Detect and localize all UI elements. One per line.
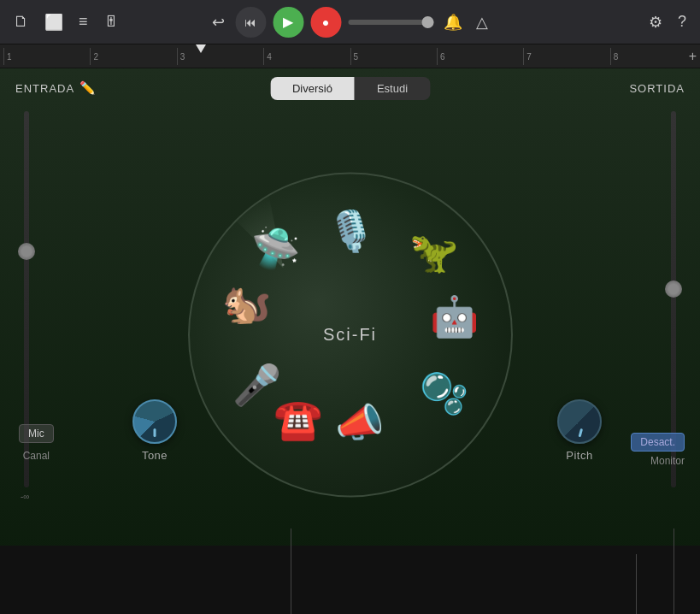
pitch-knob[interactable] xyxy=(557,399,602,444)
play-button[interactable]: ▶ xyxy=(273,7,303,38)
voice-circle[interactable]: Sci-Fi 🎙️ 🦖 🤖 🫧 📣 ☎️ 🎤 🐿️ 🛸 xyxy=(188,172,513,497)
tick-2: 2 xyxy=(90,48,176,65)
output-level-slider[interactable] xyxy=(671,111,676,487)
tracks-icon[interactable]: ≡ xyxy=(75,9,91,34)
connector-line-right xyxy=(674,528,674,614)
sortida-text: SORTIDA xyxy=(629,82,685,95)
record-button[interactable]: ● xyxy=(310,7,341,38)
monitor-label: Monitor xyxy=(650,455,685,467)
entrada-mic-icon: ✏️ xyxy=(79,80,97,96)
timeline-ruler: 1 2 3 4 5 6 7 8 xyxy=(3,48,697,65)
robot-voice-icon[interactable]: 🤖 xyxy=(430,293,479,339)
playhead-triangle xyxy=(196,44,206,53)
bottom-bar xyxy=(0,546,700,614)
progress-container xyxy=(348,20,433,25)
mode-toggle: Diversió Estudi xyxy=(270,77,430,100)
loop-icon[interactable]: ⬜ xyxy=(41,9,67,35)
canal-label: Canal xyxy=(23,450,50,462)
slider-min-label: -∞ xyxy=(21,492,29,501)
pitch-label: Pitch xyxy=(566,449,592,462)
entrada-text: ENTRADA xyxy=(15,82,74,95)
settings-icon[interactable]: ⚙ xyxy=(645,9,666,35)
bubble-voice-icon[interactable]: 🫧 xyxy=(420,370,468,416)
tick-6: 6 xyxy=(437,48,523,65)
timeline: 1 2 3 4 5 6 7 8 + xyxy=(0,44,700,68)
tone-label: Tone xyxy=(142,449,168,462)
entrada-label: ENTRADA ✏️ xyxy=(15,80,97,96)
timeline-playhead[interactable] xyxy=(196,44,206,53)
add-track-icon[interactable]: + xyxy=(689,49,697,64)
selected-voice-label: Sci-Fi xyxy=(323,325,377,345)
output-slider-thumb[interactable] xyxy=(665,280,682,298)
metronome-icon[interactable]: 🔔 xyxy=(440,9,466,35)
main-content: ENTRADA ✏️ SORTIDA Diversió Estudi -∞ Sc… xyxy=(0,68,700,614)
tick-1: 1 xyxy=(3,48,90,65)
mic-gold-voice-icon[interactable]: 🎤 xyxy=(232,362,281,408)
ufo-voice-icon[interactable]: 🛸 xyxy=(251,225,300,271)
mixer-icon[interactable]: 🎚 xyxy=(100,9,122,34)
squirrel-voice-icon[interactable]: 🐿️ xyxy=(222,280,271,327)
connector-line-right2 xyxy=(636,554,637,614)
connector-line-left xyxy=(291,528,291,614)
progress-thumb[interactable] xyxy=(421,16,433,28)
tone-knob[interactable] xyxy=(132,399,177,444)
toolbar-center: ↩ ⏮ ▶ ● 🔔 △ xyxy=(209,7,491,38)
tick-8: 8 xyxy=(610,48,697,65)
mic-button[interactable]: Mic xyxy=(19,424,54,443)
tick-7: 7 xyxy=(523,48,609,65)
rewind-button[interactable]: ⏮ xyxy=(235,7,266,38)
desact-button[interactable]: Desact. xyxy=(631,433,685,452)
toolbar-left: 🗋 ⬜ ≡ 🎚 xyxy=(10,9,122,35)
sortida-label: SORTIDA xyxy=(629,80,685,96)
tick-3: 3 xyxy=(177,48,263,65)
progress-track[interactable] xyxy=(348,20,433,25)
undo-icon[interactable]: ↩ xyxy=(209,9,228,35)
monitor-group: Desact. Monitor xyxy=(631,433,685,467)
toolbar: 🗋 ⬜ ≡ 🎚 ↩ ⏮ ▶ ● 🔔 △ ⚙ ? xyxy=(0,0,700,44)
megaphone-voice-icon[interactable]: 📣 xyxy=(335,399,384,446)
microphone-voice-icon[interactable]: 🎙️ xyxy=(326,208,375,254)
new-file-icon[interactable]: 🗋 xyxy=(10,9,32,34)
tick-4: 4 xyxy=(263,48,350,65)
tick-5: 5 xyxy=(350,48,437,65)
diversio-button[interactable]: Diversió xyxy=(270,77,355,100)
help-icon[interactable]: ? xyxy=(674,9,690,34)
monster-voice-icon[interactable]: 🦖 xyxy=(409,229,458,275)
tuner-icon[interactable]: △ xyxy=(473,9,491,35)
toolbar-right: ⚙ ? xyxy=(645,9,690,35)
input-slider-thumb[interactable] xyxy=(18,243,35,260)
estudi-button[interactable]: Estudi xyxy=(355,77,430,100)
